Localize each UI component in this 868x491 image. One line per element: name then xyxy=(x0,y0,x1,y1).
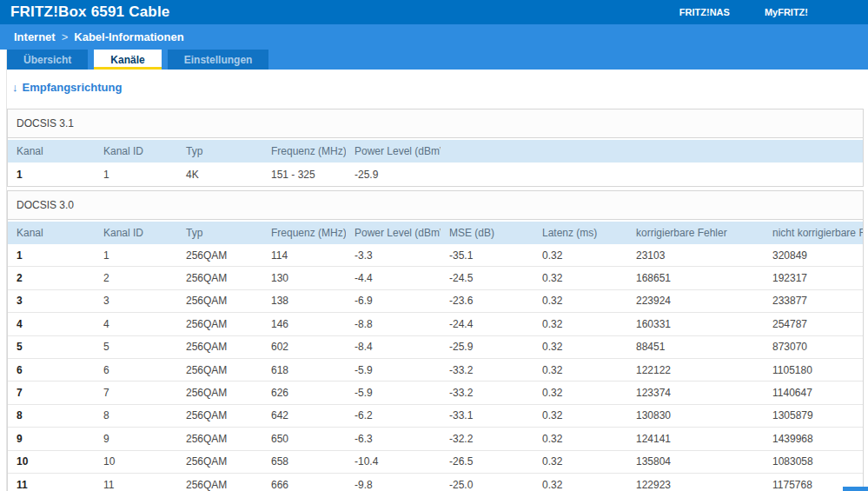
table-cell: 618 xyxy=(262,364,346,376)
table-cell: 1 xyxy=(95,169,177,181)
table-cell: 0.32 xyxy=(533,409,627,421)
table-cell: -6.2 xyxy=(346,409,441,421)
table-row: 99256QAM650-6.3-32.20.321241411439968 xyxy=(8,428,863,450)
table-cell: -23.6 xyxy=(441,295,533,307)
table-cell: 1 xyxy=(95,249,177,262)
table-cell: 6 xyxy=(8,364,95,376)
table-cell: 658 xyxy=(262,455,346,468)
table-cell: 123374 xyxy=(627,387,764,399)
table-cell: 192317 xyxy=(764,272,863,284)
table-cell: 626 xyxy=(262,387,346,399)
table-cell: 130 xyxy=(262,272,346,284)
table-cell: -25.9 xyxy=(441,341,533,353)
main-content: ↓ Empfangsrichtung DOCSIS 3.1KanalKanal … xyxy=(7,70,864,491)
table-cell: 9 xyxy=(8,433,95,445)
table-cell: 0.32 xyxy=(533,318,627,330)
table-cell: -25.0 xyxy=(441,479,533,491)
table-cell: 256QAM xyxy=(177,272,262,284)
table-cell: -10.4 xyxy=(346,455,441,468)
column-header: Power Level (dBmV) xyxy=(346,145,441,157)
table-row: 114K151 - 325-25.9 xyxy=(8,163,863,186)
column-header: Kanal ID xyxy=(95,227,177,239)
table-cell: -4.4 xyxy=(346,272,441,284)
table-cell: 256QAM xyxy=(177,295,262,307)
column-header: Typ xyxy=(177,227,262,239)
table-cell: 7 xyxy=(8,387,95,399)
table-row: 77256QAM626-5.9-33.20.321233741140647 xyxy=(8,382,863,404)
table-cell: 256QAM xyxy=(177,409,262,421)
table-cell: 7 xyxy=(95,387,177,399)
tab-label: Kanäle xyxy=(110,54,144,66)
table-cell: 138 xyxy=(262,295,346,307)
table-cell: 1140647 xyxy=(764,387,863,399)
table-cell: 3 xyxy=(8,295,95,307)
empfangsrichtung-toggle[interactable]: ↓ Empfangsrichtung xyxy=(12,81,122,94)
tab-bar: Übersicht Kanäle Einstellungen xyxy=(7,50,868,70)
table-cell: -3.3 xyxy=(346,249,441,262)
table-cell: 256QAM xyxy=(177,249,262,262)
tab-uebersicht[interactable]: Übersicht xyxy=(7,50,88,70)
column-header: Typ xyxy=(177,145,262,157)
table-cell: -24.4 xyxy=(441,318,533,330)
table-cell: 88451 xyxy=(627,341,764,353)
table-cell: 122122 xyxy=(627,364,764,376)
table-cell: -6.3 xyxy=(346,433,441,445)
table-row: 22256QAM130-4.4-24.50.32168651192317 xyxy=(8,267,863,289)
tab-einstellungen[interactable]: Einstellungen xyxy=(168,50,269,70)
table-cell: 256QAM xyxy=(177,318,262,330)
myfritz-link[interactable]: MyFRITZ! xyxy=(765,7,808,17)
table-row: 33256QAM138-6.9-23.60.32223924233877 xyxy=(8,290,863,313)
table-cell: 3 xyxy=(95,295,177,307)
table-cell: 4K xyxy=(177,169,262,181)
table-cell: 650 xyxy=(262,433,346,445)
table-cell: 10 xyxy=(95,455,177,468)
tab-kanaele[interactable]: Kanäle xyxy=(94,50,161,70)
table-cell: 256QAM xyxy=(177,341,262,353)
table-cell: 8 xyxy=(8,409,95,421)
table-cell: -35.1 xyxy=(441,249,533,262)
table-cell: 1105180 xyxy=(764,364,863,376)
column-header: Power Level (dBmV) xyxy=(346,227,441,239)
table-cell: 256QAM xyxy=(177,433,262,445)
tab-label: Einstellungen xyxy=(184,54,253,66)
table-cell: 151 - 325 xyxy=(262,169,346,181)
column-header: Frequenz (MHz) xyxy=(262,145,346,157)
table-cell: 6 xyxy=(95,364,177,376)
table-header-row: KanalKanal IDTypFrequenz (MHz)Power Leve… xyxy=(8,220,863,244)
column-header: Kanal xyxy=(8,145,95,157)
table-cell: 9 xyxy=(95,433,177,445)
table-cell: -32.2 xyxy=(441,433,533,445)
table-cell: 160331 xyxy=(627,318,764,330)
column-header: korrigierbare Fehler xyxy=(627,227,764,239)
down-arrow-icon: ↓ xyxy=(12,81,18,94)
table-cell: 0.32 xyxy=(533,341,627,353)
app-header: FRITZ!Box 6591 Cable FRITZ!NAS MyFRITZ! xyxy=(0,0,868,24)
table-cell: 256QAM xyxy=(177,455,262,468)
horizontal-scrollbar-thumb[interactable] xyxy=(843,487,868,491)
table-cell: 1305879 xyxy=(764,409,863,421)
table-cell: 130830 xyxy=(627,409,764,421)
table-cell: 0.32 xyxy=(533,364,627,376)
column-header: nicht korrigierbare Fehler xyxy=(764,227,863,239)
table-cell: 320849 xyxy=(764,249,863,262)
table-header-row: KanalKanal IDTypFrequenz (MHz)Power Leve… xyxy=(8,138,863,163)
table-cell: 0.32 xyxy=(533,455,627,468)
table-cell: 146 xyxy=(262,318,346,330)
table-cell: 256QAM xyxy=(177,364,262,376)
breadcrumb-item-internet[interactable]: Internet xyxy=(14,30,56,43)
table-cell: 11 xyxy=(95,479,177,491)
docsis-30-table: DOCSIS 3.0KanalKanal IDTypFrequenz (MHz)… xyxy=(7,190,864,491)
table-cell: 0.32 xyxy=(533,249,627,262)
section-title: Empfangsrichtung xyxy=(23,81,123,94)
table-cell: 642 xyxy=(262,409,346,421)
table-cell: 2 xyxy=(95,272,177,284)
table-cell: 256QAM xyxy=(177,387,262,399)
fritznas-link[interactable]: FRITZ!NAS xyxy=(679,7,730,17)
header-links: FRITZ!NAS MyFRITZ! xyxy=(679,0,808,24)
table-row: 11256QAM114-3.3-35.10.3223103320849 xyxy=(8,244,863,267)
table-cell: 5 xyxy=(95,341,177,353)
table-cell: 5 xyxy=(8,341,95,353)
table-cell: 10 xyxy=(8,455,95,468)
table-cell: -6.9 xyxy=(346,295,441,307)
column-header: Frequenz (MHz) xyxy=(262,227,346,239)
